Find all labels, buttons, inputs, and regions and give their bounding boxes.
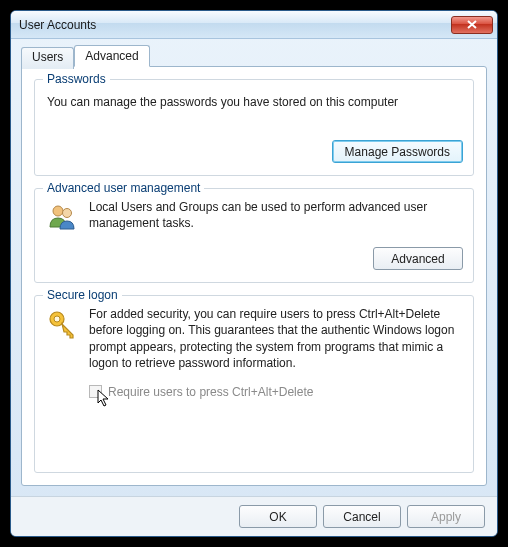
tabstrip: Users Advanced [21, 45, 487, 67]
client-area: Users Advanced Passwords You can manage … [11, 39, 497, 496]
passwords-text: You can manage the passwords you have st… [45, 90, 463, 110]
tab-users[interactable]: Users [21, 47, 74, 69]
svg-point-1 [63, 209, 72, 218]
group-aum-label: Advanced user management [43, 181, 204, 195]
apply-button: Apply [407, 505, 485, 528]
advanced-button[interactable]: Advanced [373, 247, 463, 270]
tab-panel-advanced: Passwords You can manage the passwords y… [21, 66, 487, 486]
svg-point-3 [54, 316, 60, 322]
secure-text: For added security, you can require user… [89, 306, 463, 371]
group-passwords-label: Passwords [43, 72, 110, 86]
group-advanced-user-management: Advanced user management Local Users and… [34, 188, 474, 283]
key-icon [45, 306, 79, 371]
close-icon [467, 20, 477, 29]
dialog-button-row: OK Cancel Apply [11, 496, 497, 536]
ok-button[interactable]: OK [239, 505, 317, 528]
close-button[interactable] [451, 16, 493, 34]
svg-point-0 [53, 206, 63, 216]
manage-passwords-button[interactable]: Manage Passwords [332, 140, 463, 163]
cancel-button[interactable]: Cancel [323, 505, 401, 528]
tab-advanced[interactable]: Advanced [74, 45, 149, 67]
user-accounts-dialog: User Accounts Users Advanced Passwords Y… [10, 10, 498, 537]
window-title: User Accounts [19, 18, 451, 32]
users-icon [45, 199, 79, 233]
group-passwords: Passwords You can manage the passwords y… [34, 79, 474, 176]
titlebar[interactable]: User Accounts [11, 11, 497, 39]
aum-text: Local Users and Groups can be used to pe… [89, 199, 463, 233]
require-cad-label: Require users to press Ctrl+Alt+Delete [108, 385, 313, 399]
group-secure-label: Secure logon [43, 288, 122, 302]
require-cad-checkbox: Require users to press Ctrl+Alt+Delete [89, 385, 463, 399]
group-secure-logon: Secure logon For added security, you can… [34, 295, 474, 473]
checkbox-icon [89, 385, 102, 398]
